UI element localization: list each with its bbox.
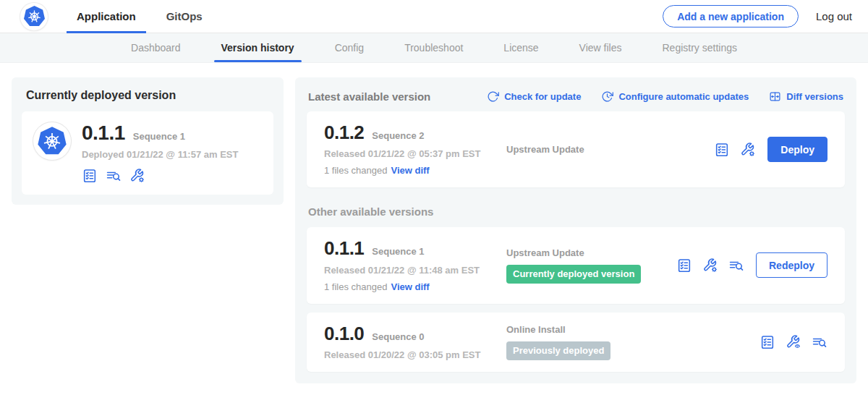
topnav-right: Add a new application Log out (663, 5, 852, 27)
version-number: 0.1.1 (82, 122, 125, 143)
version-action-icons (714, 142, 756, 158)
released-timestamp: Released 01/20/22 @ 03:05 pm EST (324, 349, 506, 360)
version-action-icons (760, 334, 827, 350)
other-available-title: Other available versions (308, 205, 843, 218)
diff-icon (769, 90, 781, 103)
deployed-card-title: Currently deployed version (26, 89, 269, 102)
sequence-label: Sequence 2 (372, 130, 424, 141)
diff-versions-link[interactable]: Diff versions (769, 90, 843, 103)
edit-config-icon[interactable] (740, 142, 756, 158)
sequence-label: Sequence 0 (372, 331, 424, 342)
version-actions: Redeploy (676, 252, 827, 278)
version-source: Upstream Update (506, 144, 714, 155)
version-card-0-1-2: 0.1.2 Sequence 2 Released 01/21/22 @ 05:… (307, 111, 845, 187)
version-number: 0.1.1 (324, 239, 364, 258)
source-label: Upstream Update (506, 144, 714, 155)
version-actions: Deploy (714, 137, 827, 162)
sequence-label: Sequence 1 (372, 246, 424, 257)
subnav-item-dashboard[interactable]: Dashboard (129, 33, 182, 62)
main-content: Currently deployed version 0.1.1 Sequenc… (0, 63, 868, 383)
edit-config-icon[interactable] (129, 168, 145, 184)
kubernetes-helm-icon (37, 126, 67, 156)
redeploy-button[interactable]: Redeploy (756, 252, 827, 278)
latest-available-title: Latest available version (308, 90, 430, 103)
files-changed-label: 1 files changed (324, 281, 387, 292)
subnav-item-view-files[interactable]: View files (578, 33, 624, 62)
files-changed-row: 1 files changedView diff (324, 165, 506, 176)
files-changed-row: 1 files changedView diff (324, 281, 506, 292)
release-notes-icon[interactable] (714, 142, 730, 158)
version-source: Online Install Previously deployed (506, 324, 760, 360)
check-for-update-link[interactable]: Check for update (487, 90, 581, 103)
deploy-logs-icon[interactable] (812, 334, 827, 350)
tab-gitops[interactable]: GitOps (156, 0, 213, 33)
deploy-logs-icon[interactable] (106, 168, 122, 184)
source-label: Upstream Update (506, 247, 676, 258)
currently-deployed-card: Currently deployed version 0.1.1 Sequenc… (12, 77, 284, 205)
top-navbar: Application GitOps Add a new application… (0, 0, 868, 33)
app-tabs: Application GitOps (67, 0, 223, 33)
subnav-item-registry-settings[interactable]: Registry settings (661, 33, 739, 62)
app-subnav: Dashboard Version history Config Trouble… (0, 33, 868, 63)
add-application-button[interactable]: Add a new application (663, 5, 799, 27)
sequence-label: Sequence 1 (133, 131, 185, 142)
kubernetes-logo[interactable] (20, 3, 48, 30)
version-history-panel: Latest available version Check for updat… (295, 77, 856, 383)
subnav-item-license[interactable]: License (502, 33, 540, 62)
deployed-timestamp: Deployed 01/21/22 @ 11:57 am EST (82, 149, 238, 160)
diff-versions-label: Diff versions (786, 91, 843, 102)
kubernetes-helm-icon (23, 5, 46, 27)
deploy-button[interactable]: Deploy (767, 137, 827, 162)
app-icon (33, 122, 71, 160)
version-number: 0.1.0 (324, 324, 364, 344)
deployed-actions (82, 168, 238, 184)
version-card-0-1-0: 0.1.0 Sequence 0 Released 01/20/22 @ 03:… (307, 313, 845, 372)
version-action-icons (676, 258, 744, 273)
subnav-item-config[interactable]: Config (333, 33, 365, 62)
schedule-update-icon (601, 90, 613, 103)
panel-actions: Check for update Configure automatic upd… (487, 90, 843, 103)
view-diff-link[interactable]: View diff (391, 165, 429, 176)
released-timestamp: Released 01/21/22 @ 05:37 pm EST (324, 148, 506, 159)
deploy-logs-icon[interactable] (728, 258, 744, 273)
subnav-item-version-history[interactable]: Version history (220, 33, 296, 62)
version-number: 0.1.2 (324, 123, 364, 143)
check-for-update-label: Check for update (504, 91, 581, 102)
tab-gitops-label: GitOps (166, 10, 203, 22)
subnav-item-troubleshoot[interactable]: Troubleshoot (403, 33, 464, 62)
configure-automatic-updates-link[interactable]: Configure automatic updates (601, 90, 749, 103)
deployed-version-info: 0.1.1 Sequence 1 Deployed 01/21/22 @ 11:… (82, 122, 238, 184)
release-notes-icon[interactable] (82, 168, 98, 184)
version-actions (760, 334, 827, 350)
deployed-version-card: 0.1.1 Sequence 1 Deployed 01/21/22 @ 11:… (22, 111, 273, 195)
configure-automatic-updates-label: Configure automatic updates (618, 91, 749, 102)
view-config-icon[interactable] (786, 334, 801, 350)
previously-deployed-badge: Previously deployed (506, 341, 610, 360)
version-info: 0.1.2 Sequence 2 Released 01/21/22 @ 05:… (324, 123, 506, 176)
tab-application-label: Application (77, 10, 136, 22)
logout-link[interactable]: Log out (816, 10, 852, 22)
release-notes-icon[interactable] (760, 334, 775, 350)
version-info: 0.1.1 Sequence 1 Released 01/21/22 @ 11:… (324, 239, 506, 292)
refresh-icon (487, 90, 499, 103)
source-label: Online Install (506, 324, 760, 335)
view-diff-link[interactable]: View diff (391, 281, 429, 292)
version-card-0-1-1: 0.1.1 Sequence 1 Released 01/21/22 @ 11:… (307, 227, 845, 303)
release-notes-icon[interactable] (676, 258, 692, 273)
version-source: Upstream Update Currently deployed versi… (506, 247, 676, 284)
currently-deployed-badge: Currently deployed version (506, 265, 641, 284)
released-timestamp: Released 01/21/22 @ 11:48 am EST (324, 265, 506, 276)
tab-application[interactable]: Application (67, 0, 146, 33)
panel-header: Latest available version Check for updat… (307, 86, 845, 111)
files-changed-label: 1 files changed (324, 165, 387, 176)
version-info: 0.1.0 Sequence 0 Released 01/20/22 @ 03:… (324, 324, 506, 360)
edit-config-icon[interactable] (702, 258, 718, 273)
